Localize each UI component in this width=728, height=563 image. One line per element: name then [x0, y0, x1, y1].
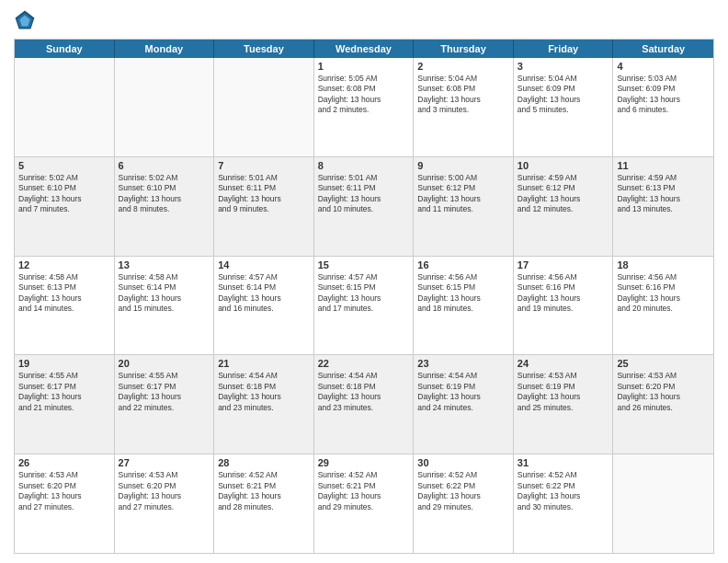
day-number: 28 [218, 457, 310, 468]
calendar-cell: 29Sunrise: 4:52 AM Sunset: 6:21 PM Dayli… [314, 454, 415, 553]
header-day-sunday: Sunday [15, 40, 115, 58]
cell-info: Sunrise: 4:59 AM Sunset: 6:12 PM Dayligh… [518, 173, 609, 215]
cell-info: Sunrise: 4:53 AM Sunset: 6:20 PM Dayligh… [119, 470, 210, 512]
cell-info: Sunrise: 5:01 AM Sunset: 6:11 PM Dayligh… [218, 173, 310, 215]
day-number: 4 [617, 61, 710, 72]
calendar-cell: 25Sunrise: 4:53 AM Sunset: 6:20 PM Dayli… [613, 355, 713, 454]
calendar-cell: 30Sunrise: 4:52 AM Sunset: 6:22 PM Dayli… [414, 454, 514, 553]
calendar-cell: 3Sunrise: 5:04 AM Sunset: 6:09 PM Daylig… [514, 58, 614, 156]
cell-info: Sunrise: 4:58 AM Sunset: 6:14 PM Dayligh… [119, 272, 210, 315]
header [14, 9, 714, 31]
day-number: 22 [318, 358, 410, 369]
day-number: 19 [18, 358, 110, 369]
calendar-row-5: 26Sunrise: 4:53 AM Sunset: 6:20 PM Dayli… [15, 454, 713, 553]
calendar-cell: 18Sunrise: 4:56 AM Sunset: 6:16 PM Dayli… [613, 257, 713, 355]
calendar-cell: 1Sunrise: 5:05 AM Sunset: 6:08 PM Daylig… [314, 58, 415, 156]
cell-info: Sunrise: 4:56 AM Sunset: 6:16 PM Dayligh… [617, 272, 710, 315]
calendar-cell: 6Sunrise: 5:02 AM Sunset: 6:10 PM Daylig… [115, 157, 215, 256]
header-day-saturday: Saturday [613, 40, 713, 58]
calendar-cell: 19Sunrise: 4:55 AM Sunset: 6:17 PM Dayli… [15, 355, 115, 454]
day-number: 3 [518, 61, 609, 72]
calendar-cell: 13Sunrise: 4:58 AM Sunset: 6:14 PM Dayli… [115, 257, 215, 355]
day-number: 13 [119, 259, 210, 270]
day-number: 24 [518, 358, 609, 369]
cell-info: Sunrise: 4:57 AM Sunset: 6:14 PM Dayligh… [218, 272, 310, 315]
day-number: 8 [318, 160, 410, 171]
day-number: 29 [318, 457, 410, 468]
day-number: 9 [417, 160, 509, 171]
cell-info: Sunrise: 4:57 AM Sunset: 6:15 PM Dayligh… [318, 272, 410, 315]
calendar-cell: 28Sunrise: 4:52 AM Sunset: 6:21 PM Dayli… [214, 454, 314, 553]
day-number: 20 [119, 358, 210, 369]
calendar-cell: 4Sunrise: 5:03 AM Sunset: 6:09 PM Daylig… [613, 58, 713, 156]
calendar-row-4: 19Sunrise: 4:55 AM Sunset: 6:17 PM Dayli… [15, 355, 713, 454]
cell-info: Sunrise: 4:52 AM Sunset: 6:21 PM Dayligh… [318, 470, 410, 512]
cell-info: Sunrise: 4:52 AM Sunset: 6:21 PM Dayligh… [218, 470, 310, 512]
day-number: 7 [218, 160, 310, 171]
header-day-tuesday: Tuesday [214, 40, 314, 58]
calendar-cell: 22Sunrise: 4:54 AM Sunset: 6:18 PM Dayli… [314, 355, 415, 454]
calendar-cell: 20Sunrise: 4:55 AM Sunset: 6:17 PM Dayli… [115, 355, 215, 454]
cell-info: Sunrise: 4:52 AM Sunset: 6:22 PM Dayligh… [417, 470, 509, 512]
cell-info: Sunrise: 5:02 AM Sunset: 6:10 PM Dayligh… [18, 173, 110, 215]
calendar-cell: 8Sunrise: 5:01 AM Sunset: 6:11 PM Daylig… [314, 157, 415, 256]
cell-info: Sunrise: 4:54 AM Sunset: 6:18 PM Dayligh… [318, 371, 410, 413]
header-day-monday: Monday [115, 40, 215, 58]
calendar-cell: 11Sunrise: 4:59 AM Sunset: 6:13 PM Dayli… [613, 157, 713, 256]
cell-info: Sunrise: 4:55 AM Sunset: 6:17 PM Dayligh… [119, 371, 210, 413]
day-number: 6 [119, 160, 210, 171]
day-number: 21 [218, 358, 310, 369]
cell-info: Sunrise: 4:58 AM Sunset: 6:13 PM Dayligh… [18, 272, 110, 315]
cell-info: Sunrise: 5:04 AM Sunset: 6:09 PM Dayligh… [518, 74, 609, 116]
cell-info: Sunrise: 5:03 AM Sunset: 6:09 PM Dayligh… [617, 74, 710, 116]
day-number: 23 [417, 358, 509, 369]
calendar-cell: 14Sunrise: 4:57 AM Sunset: 6:14 PM Dayli… [214, 257, 314, 355]
calendar-cell: 7Sunrise: 5:01 AM Sunset: 6:11 PM Daylig… [214, 157, 314, 256]
cell-info: Sunrise: 4:55 AM Sunset: 6:17 PM Dayligh… [18, 371, 110, 413]
logo-icon [14, 9, 36, 31]
day-number: 15 [318, 259, 410, 270]
day-number: 30 [417, 457, 509, 468]
cell-info: Sunrise: 4:53 AM Sunset: 6:20 PM Dayligh… [18, 470, 110, 512]
header-day-thursday: Thursday [414, 40, 514, 58]
calendar: SundayMondayTuesdayWednesdayThursdayFrid… [14, 39, 714, 554]
calendar-row-3: 12Sunrise: 4:58 AM Sunset: 6:13 PM Dayli… [15, 257, 713, 356]
page: SundayMondayTuesdayWednesdayThursdayFrid… [0, 0, 728, 563]
cell-info: Sunrise: 4:52 AM Sunset: 6:22 PM Dayligh… [518, 470, 609, 512]
calendar-row-1: 1Sunrise: 5:05 AM Sunset: 6:08 PM Daylig… [15, 58, 713, 157]
day-number: 18 [617, 259, 710, 270]
calendar-cell: 17Sunrise: 4:56 AM Sunset: 6:16 PM Dayli… [514, 257, 614, 355]
day-number: 10 [518, 160, 609, 171]
calendar-cell: 31Sunrise: 4:52 AM Sunset: 6:22 PM Dayli… [514, 454, 614, 553]
day-number: 25 [617, 358, 710, 369]
day-number: 14 [218, 259, 310, 270]
calendar-cell [15, 58, 115, 156]
day-number: 31 [518, 457, 609, 468]
header-day-friday: Friday [514, 40, 614, 58]
calendar-cell: 15Sunrise: 4:57 AM Sunset: 6:15 PM Dayli… [314, 257, 415, 355]
day-number: 12 [18, 259, 110, 270]
calendar-cell: 2Sunrise: 5:04 AM Sunset: 6:08 PM Daylig… [414, 58, 514, 156]
cell-info: Sunrise: 4:54 AM Sunset: 6:18 PM Dayligh… [218, 371, 310, 413]
calendar-cell: 24Sunrise: 4:53 AM Sunset: 6:19 PM Dayli… [514, 355, 614, 454]
calendar-cell: 16Sunrise: 4:56 AM Sunset: 6:15 PM Dayli… [414, 257, 514, 355]
cell-info: Sunrise: 5:00 AM Sunset: 6:12 PM Dayligh… [417, 173, 509, 215]
day-number: 2 [417, 61, 509, 72]
calendar-cell: 23Sunrise: 4:54 AM Sunset: 6:19 PM Dayli… [414, 355, 514, 454]
day-number: 11 [617, 160, 710, 171]
day-number: 17 [518, 259, 609, 270]
day-number: 16 [417, 259, 509, 270]
cell-info: Sunrise: 4:54 AM Sunset: 6:19 PM Dayligh… [417, 371, 509, 413]
day-number: 5 [18, 160, 110, 171]
calendar-cell: 27Sunrise: 4:53 AM Sunset: 6:20 PM Dayli… [115, 454, 215, 553]
logo [14, 9, 40, 31]
calendar-header: SundayMondayTuesdayWednesdayThursdayFrid… [15, 40, 713, 58]
cell-info: Sunrise: 5:05 AM Sunset: 6:08 PM Dayligh… [318, 74, 410, 116]
cell-info: Sunrise: 5:01 AM Sunset: 6:11 PM Dayligh… [318, 173, 410, 215]
day-number: 26 [18, 457, 110, 468]
calendar-cell: 10Sunrise: 4:59 AM Sunset: 6:12 PM Dayli… [514, 157, 614, 256]
cell-info: Sunrise: 5:02 AM Sunset: 6:10 PM Dayligh… [119, 173, 210, 215]
cell-info: Sunrise: 5:04 AM Sunset: 6:08 PM Dayligh… [417, 74, 509, 116]
day-number: 27 [119, 457, 210, 468]
calendar-cell: 12Sunrise: 4:58 AM Sunset: 6:13 PM Dayli… [15, 257, 115, 355]
